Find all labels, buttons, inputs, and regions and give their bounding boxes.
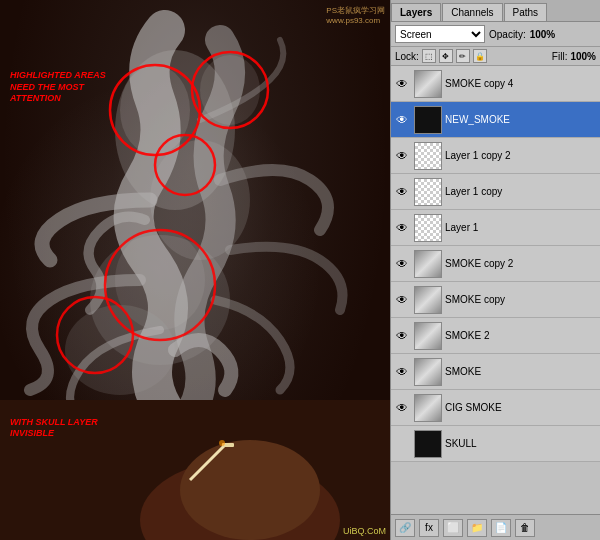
layer-name-label: CIG SMOKE <box>445 402 598 413</box>
layer-item[interactable]: 👁Layer 1 copy <box>391 174 600 210</box>
layer-item[interactable]: 👁Layer 1 copy 2 <box>391 138 600 174</box>
layer-thumbnail <box>414 214 442 242</box>
fx-button[interactable]: fx <box>419 519 439 537</box>
layer-thumbnail <box>414 142 442 170</box>
group-button[interactable]: 📁 <box>467 519 487 537</box>
new-layer-button[interactable]: 📄 <box>491 519 511 537</box>
layer-item[interactable]: 👁SMOKE <box>391 354 600 390</box>
layer-item[interactable]: 👁SMOKE copy 4 <box>391 66 600 102</box>
watermark-url: www.ps93.com <box>326 16 385 25</box>
svg-point-13 <box>219 440 225 446</box>
layer-thumbnail <box>414 358 442 386</box>
layer-visibility-icon[interactable]: 👁 <box>393 354 411 389</box>
layer-visibility-icon[interactable]: 👁 <box>393 66 411 101</box>
layer-item[interactable]: 👁NEW_SMOKE <box>391 102 600 138</box>
image-panel: PS老鼠疯学习网 www.ps93.com HIGHLIGHTED AREAS … <box>0 0 390 540</box>
lock-fill-row: Lock: ⬚ ✥ ✏ 🔒 Fill: 100% <box>391 47 600 66</box>
annotation-line1: HIGHLIGHTED AREAS <box>10 70 106 82</box>
svg-point-5 <box>120 65 190 155</box>
layer-thumbnail <box>414 106 442 134</box>
layer-item[interactable]: 👁SMOKE 2 <box>391 318 600 354</box>
layer-item[interactable]: SKULL <box>391 426 600 462</box>
layer-visibility-icon[interactable]: 👁 <box>393 318 411 353</box>
layer-name-label: SMOKE copy <box>445 294 598 305</box>
svg-point-10 <box>180 440 320 540</box>
mask-button[interactable]: ⬜ <box>443 519 463 537</box>
layer-name-label: SMOKE <box>445 366 598 377</box>
blend-opacity-row: Screen Opacity: 100% <box>391 22 600 47</box>
layer-visibility-icon[interactable]: 👁 <box>393 390 411 425</box>
layer-visibility-icon[interactable]: 👁 <box>393 102 411 137</box>
annotation-bottom-line1: WITH SKULL LAYER <box>10 417 98 429</box>
uibq-watermark: UiBQ.CoM <box>343 526 386 536</box>
layer-name-label: SMOKE copy 2 <box>445 258 598 269</box>
opacity-label: Opacity: <box>489 29 526 40</box>
lock-move-icon[interactable]: ✥ <box>439 49 453 63</box>
annotation-top-left: HIGHLIGHTED AREAS NEED THE MOST ATTENTIO… <box>10 70 106 105</box>
tab-channels[interactable]: Channels <box>442 3 502 21</box>
layer-name-label: NEW_SMOKE <box>445 114 598 125</box>
layer-item[interactable]: 👁SMOKE copy 2 <box>391 246 600 282</box>
layer-name-label: SKULL <box>445 438 598 449</box>
layer-name-label: SMOKE copy 4 <box>445 78 598 89</box>
layer-visibility-icon[interactable]: 👁 <box>393 282 411 317</box>
tab-layers[interactable]: Layers <box>391 3 441 21</box>
layers-list[interactable]: 👁SMOKE copy 4👁NEW_SMOKE👁Layer 1 copy 2👁L… <box>391 66 600 514</box>
lock-all-icon[interactable]: 🔒 <box>473 49 487 63</box>
svg-point-7 <box>115 230 205 330</box>
layer-item[interactable]: 👁Layer 1 <box>391 210 600 246</box>
layer-visibility-icon[interactable] <box>393 426 411 461</box>
lock-checkerboard-icon[interactable]: ⬚ <box>422 49 436 63</box>
annotation-bottom-left: WITH SKULL LAYER INVISIBLE <box>10 417 98 440</box>
annotation-bottom-line2: INVISIBLE <box>10 428 98 440</box>
delete-layer-button[interactable]: 🗑 <box>515 519 535 537</box>
layer-thumbnail <box>414 322 442 350</box>
layer-thumbnail <box>414 430 442 458</box>
lock-paint-icon[interactable]: ✏ <box>456 49 470 63</box>
fill-value: 100% <box>570 51 596 62</box>
layer-thumbnail <box>414 250 442 278</box>
layer-item[interactable]: 👁CIG SMOKE <box>391 390 600 426</box>
watermark-site: PS老鼠疯学习网 <box>326 5 385 16</box>
layer-name-label: Layer 1 <box>445 222 598 233</box>
link-layers-button[interactable]: 🔗 <box>395 519 415 537</box>
layer-thumbnail <box>414 394 442 422</box>
layer-visibility-icon[interactable]: 👁 <box>393 174 411 209</box>
layer-item[interactable]: 👁SMOKE copy <box>391 282 600 318</box>
lock-label: Lock: <box>395 51 419 62</box>
layer-name-label: Layer 1 copy 2 <box>445 150 598 161</box>
layer-name-label: Layer 1 copy <box>445 186 598 197</box>
svg-point-6 <box>200 55 260 125</box>
fill-label: Fill: <box>552 51 568 62</box>
layer-visibility-icon[interactable]: 👁 <box>393 246 411 281</box>
tab-paths[interactable]: Paths <box>504 3 548 21</box>
layer-thumbnail <box>414 286 442 314</box>
uibq-text: UiBQ.CoM <box>343 526 386 536</box>
layer-thumbnail <box>414 70 442 98</box>
annotation-line2: NEED THE MOST <box>10 82 106 94</box>
layers-panel: Layers Channels Paths Screen Opacity: 10… <box>390 0 600 540</box>
panel-tabs: Layers Channels Paths <box>391 0 600 22</box>
layers-bottom-toolbar: 🔗 fx ⬜ 📁 📄 🗑 <box>391 514 600 540</box>
annotation-line3: ATTENTION <box>10 93 106 105</box>
layer-name-label: SMOKE 2 <box>445 330 598 341</box>
watermark-top: PS老鼠疯学习网 www.ps93.com <box>326 5 385 25</box>
layer-visibility-icon[interactable]: 👁 <box>393 138 411 173</box>
opacity-value: 100% <box>530 29 556 40</box>
blend-mode-select[interactable]: Screen <box>395 25 485 43</box>
layer-visibility-icon[interactable]: 👁 <box>393 210 411 245</box>
layer-thumbnail <box>414 178 442 206</box>
